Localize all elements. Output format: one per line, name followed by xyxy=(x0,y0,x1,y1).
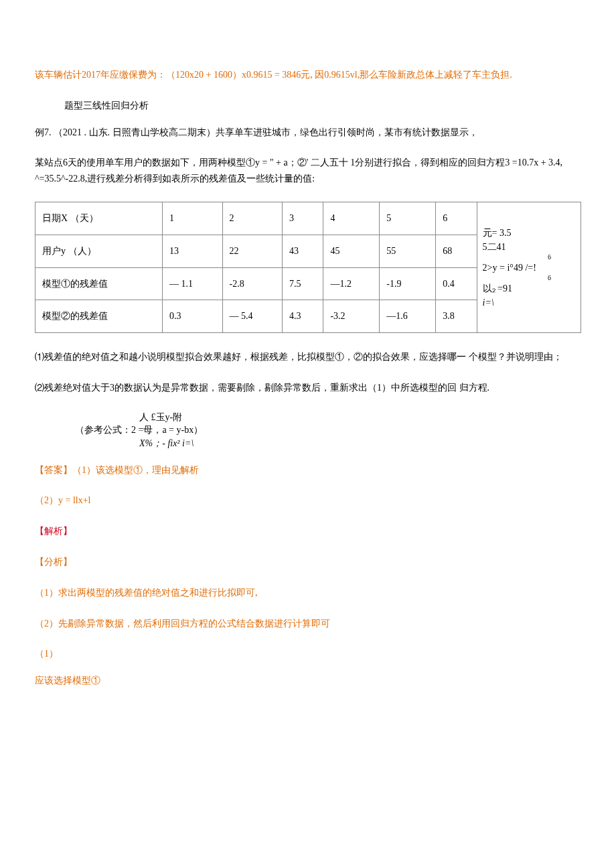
analysis-line-2: （2）先剔除异常数据，然后利用回归方程的公式结合数据进行计算即可 xyxy=(35,616,581,632)
question-1: ⑴残差值的绝对值之和越小说明模型拟合效果越好，根据残差，比拟模型①，②的拟合效果… xyxy=(35,349,581,365)
formula-line: 人 £玉y-附 xyxy=(75,411,581,424)
table-row: 日期X （天） 1 2 3 4 5 6 元= 3.5 5二41 6 2>y = … xyxy=(35,202,581,235)
side-stat-line: 2>y = i°49 /=! xyxy=(483,263,536,273)
table-cell: 22 xyxy=(222,235,282,267)
premium-sentence: 该车辆估计2017年应缴保费为：（120x20 + 1600）x0.9615 =… xyxy=(35,67,581,83)
table-cell: 43 xyxy=(282,235,323,267)
residual-table: 日期X （天） 1 2 3 4 5 6 元= 3.5 5二41 6 2>y = … xyxy=(35,202,581,333)
answer-line-2: （2）y = llx+l xyxy=(35,493,581,509)
formula-mid-text: （参考公式：2 =母，a = y-bx） xyxy=(75,425,203,435)
table-cell: -3.2 xyxy=(323,300,380,333)
table-cell: -1.9 xyxy=(380,267,436,300)
side-stat-line: 5二41 xyxy=(483,242,506,252)
table-cell: 68 xyxy=(436,235,477,267)
table-cell: 55 xyxy=(380,235,436,267)
table-cell: 0.4 xyxy=(436,267,477,300)
jiexi-label: 【解析】 xyxy=(35,523,581,539)
side-stat-line: 以₂ =91 xyxy=(483,283,512,294)
table-cell: 45 xyxy=(323,235,380,267)
formula-line: （参考公式：2 =母，a = y-bx） xyxy=(75,424,581,437)
table-cell: 用户y （人） xyxy=(35,235,163,267)
table-cell: — 5.4 xyxy=(222,300,282,333)
table-cell: — 1.1 xyxy=(163,267,222,300)
question-2: ⑵残差绝对值大于3的数据认为是异常数据，需要剔除，剔除异常数后，重新求出（1）中… xyxy=(35,380,581,396)
example7-body: 某站点6天的使用单车用户的数据如下，用两种模型①y = " + a；②' 二人五… xyxy=(35,155,581,187)
table-cell: 7.5 xyxy=(282,267,323,300)
table-cell: 4.3 xyxy=(282,300,323,333)
table-cell: 13 xyxy=(163,235,222,267)
formula-reference: 人 £玉y-附 （参考公式：2 =母，a = y-bx） X%；- fix² i… xyxy=(35,411,581,450)
table-cell: 4 xyxy=(323,202,380,235)
table-cell: 1 xyxy=(163,202,222,235)
analysis-line-1: （1）求出两模型的残差值的绝对值之和进行比拟即可, xyxy=(35,585,581,601)
table-cell: 日期X （天） xyxy=(35,202,163,235)
table-cell: 0.3 xyxy=(163,300,222,333)
side-stat-line: i=\ xyxy=(483,298,494,308)
table-cell: —1.2 xyxy=(323,267,380,300)
example7-intro: 例7. （2021 . 山东. 日照青山学校高二期末）共享单车进驻城市，绿色出行… xyxy=(35,125,581,141)
table-cell: 6 xyxy=(436,202,477,235)
part1-number: （1） xyxy=(35,646,581,662)
table-cell: 3.8 xyxy=(436,300,477,333)
table-cell: 模型②的残差值 xyxy=(35,300,163,333)
section-heading: 题型三线性回归分析 xyxy=(35,98,581,114)
answer-header: 【答案】（1）该选模型①，理由见解析 xyxy=(35,462,581,478)
table-cell: —1.6 xyxy=(380,300,436,333)
part1-text: 应该选择模型① xyxy=(35,673,581,689)
formula-line: X%；- fix² i=\ xyxy=(75,437,581,450)
document-page: 该车辆估计2017年应缴保费为：（120x20 + 1600）x0.9615 =… xyxy=(0,0,616,847)
table-cell: 5 xyxy=(380,202,436,235)
table-cell: 模型①的残差值 xyxy=(35,267,163,300)
side-stats-cell: 元= 3.5 5二41 6 2>y = i°49 /=! 6 以₂ =91 i=… xyxy=(477,202,581,332)
side-sup: 6 xyxy=(483,275,551,281)
side-sup: 6 xyxy=(483,254,551,261)
table-cell: 2 xyxy=(222,202,282,235)
side-stat-line: 元= 3.5 xyxy=(483,228,512,238)
table-cell: -2.8 xyxy=(222,267,282,300)
fenxi-label: 【分析】 xyxy=(35,554,581,570)
table-cell: 3 xyxy=(282,202,323,235)
